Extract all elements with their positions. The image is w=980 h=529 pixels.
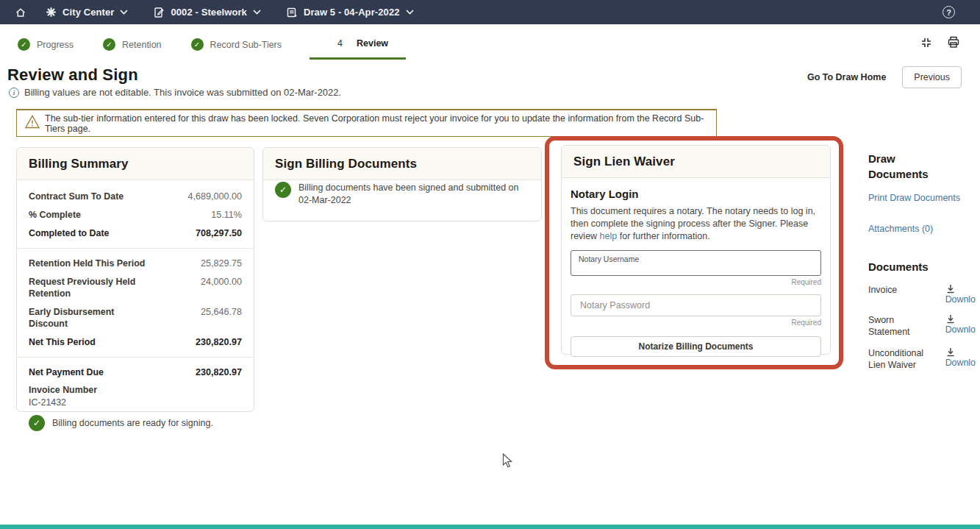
info-text: Billing values are not editable. This in…	[24, 87, 341, 98]
invoice-number-label: Invoice Number	[29, 385, 242, 395]
summary-row: Request Previously Held Retention 24,000…	[29, 276, 242, 299]
draw-selector[interactable]: Draw 5 - 04-Apr-2022	[286, 7, 414, 18]
info-icon: i	[9, 88, 19, 98]
page-toolbar	[920, 35, 961, 52]
lien-waiver-header: Sign Lien Waiver	[562, 146, 830, 178]
app-window: City Center 0002 - Steelwork Draw 5	[0, 0, 980, 529]
notarize-billing-documents-button[interactable]: Notarize Billing Documents	[571, 336, 821, 357]
download-icon	[945, 284, 956, 294]
draw-list-icon	[286, 7, 298, 18]
summary-row: Completed to Date 708,297.50	[29, 227, 242, 239]
download-invoice[interactable]: Downlo	[945, 284, 976, 305]
document-row: Unconditional Lien Waiver Downlo	[868, 347, 976, 371]
chevron-down-icon	[120, 10, 128, 15]
project-selector[interactable]: City Center	[46, 7, 128, 18]
step-review[interactable]: 4 Review	[310, 29, 406, 60]
home-button[interactable]	[15, 7, 26, 18]
check-icon: ✓	[29, 415, 45, 431]
download-icon	[945, 314, 956, 324]
document-row: Invoice Downlo	[868, 284, 976, 305]
sign-billing-status: ✓ Billing documents have been signed and…	[263, 180, 541, 217]
lien-waiver-body: Notary Login This document requires a no…	[562, 178, 830, 366]
download-sworn-statement[interactable]: Downlo	[945, 314, 976, 338]
print-draw-documents-link[interactable]: Print Draw Documents	[868, 193, 976, 203]
billing-summary-body: Contract Sum To Date 4,689,000.00 % Comp…	[17, 180, 254, 441]
step-record-sub-tiers[interactable]: ✓ Record Sub-Tiers	[190, 29, 284, 60]
notary-password-input[interactable]	[580, 300, 812, 310]
documents-heading: Documents	[868, 259, 942, 274]
divider	[17, 357, 254, 358]
contract-selector[interactable]: 0002 - Steelwork	[153, 7, 261, 18]
lien-waiver-title: Sign Lien Waiver	[573, 155, 675, 168]
document-name: Sworn Statement	[868, 314, 930, 338]
notary-username-label: Notary Username	[579, 255, 813, 263]
contract-document-icon	[153, 7, 165, 18]
summary-row: Net This Period 230,820.97	[29, 336, 242, 348]
sign-billing-title: Sign Billing Documents	[275, 157, 417, 171]
go-to-draw-home-link[interactable]: Go To Draw Home	[807, 72, 886, 82]
draw-name: Draw 5 - 04-Apr-2022	[304, 7, 400, 18]
billing-summary-panel: Billing Summary Contract Sum To Date 4,6…	[16, 147, 254, 412]
divider	[17, 248, 254, 249]
info-line: i Billing values are not editable. This …	[9, 87, 341, 98]
document-row: Sworn Statement Downlo	[868, 314, 976, 338]
attachments-link[interactable]: Attachments (0)	[868, 224, 976, 234]
page-title: Review and Sign	[7, 65, 138, 85]
right-sidebar: Draw Documents Print Draw Documents Atta…	[868, 151, 976, 380]
step-number: 4	[337, 38, 343, 49]
billing-summary-title: Billing Summary	[29, 157, 129, 171]
notary-password-field[interactable]	[571, 294, 821, 316]
required-hint: Required	[571, 319, 821, 327]
help-link[interactable]: help	[600, 231, 618, 241]
billing-summary-header: Billing Summary	[17, 148, 254, 180]
required-hint: Required	[571, 278, 821, 286]
top-navigation-bar: City Center 0002 - Steelwork Draw 5	[0, 0, 980, 24]
title-actions: Go To Draw Home Previous	[807, 66, 962, 88]
warning-text: The sub-tier information entered for thi…	[45, 113, 709, 134]
project-name: City Center	[62, 7, 114, 18]
warning-icon	[24, 114, 40, 132]
document-name: Unconditional Lien Waiver	[868, 347, 930, 371]
bottom-accent-bar	[0, 525, 980, 529]
check-icon: ✓	[18, 38, 30, 51]
check-icon: ✓	[103, 38, 115, 51]
document-name: Invoice	[868, 284, 897, 305]
notary-description: This document requires a notary. The not…	[571, 205, 821, 243]
home-icon	[15, 7, 26, 18]
notary-login-heading: Notary Login	[571, 188, 821, 200]
summary-row: Contract Sum To Date 4,689,000.00	[29, 191, 242, 202]
summary-row: Retention Held This Period 25,829.75	[29, 258, 242, 269]
check-icon: ✓	[275, 182, 291, 198]
project-icon	[46, 7, 57, 18]
ready-note: ✓ Billing documents are ready for signin…	[29, 415, 242, 431]
step-retention[interactable]: ✓ Retention	[101, 29, 163, 60]
summary-row: Early Disbursement Discount 25,646.78	[29, 306, 242, 330]
mouse-cursor	[502, 453, 513, 472]
contract-name: 0002 - Steelwork	[171, 7, 247, 18]
chevron-down-icon	[253, 10, 261, 15]
check-icon: ✓	[191, 38, 204, 51]
collapse-icon[interactable]	[920, 36, 933, 52]
draw-documents-heading: Draw Documents	[868, 151, 942, 182]
print-icon[interactable]	[946, 35, 961, 52]
download-icon	[945, 347, 956, 357]
sign-billing-header: Sign Billing Documents	[263, 148, 541, 180]
summary-row: % Complete 15.11%	[29, 209, 242, 221]
step-progress[interactable]: ✓ Progress	[16, 29, 75, 60]
invoice-number-value: IC-21432	[29, 397, 242, 408]
help-icon[interactable]: ?	[943, 6, 955, 18]
download-unconditional-lien-waiver[interactable]: Downlo	[945, 347, 976, 371]
sign-billing-documents-panel: Sign Billing Documents ✓ Billing documen…	[262, 147, 542, 221]
previous-button[interactable]: Previous	[902, 66, 962, 88]
summary-row: Net Payment Due 230,820.97	[29, 366, 242, 378]
chevron-down-icon	[406, 10, 414, 15]
notary-username-input[interactable]: Notary Username	[571, 250, 821, 276]
sign-lien-waiver-panel: Sign Lien Waiver Notary Login This docum…	[561, 145, 831, 355]
warning-banner: The sub-tier information entered for thi…	[16, 109, 717, 137]
draw-stepper: ✓ Progress ✓ Retention ✓ Record Sub-Tier…	[16, 29, 406, 60]
